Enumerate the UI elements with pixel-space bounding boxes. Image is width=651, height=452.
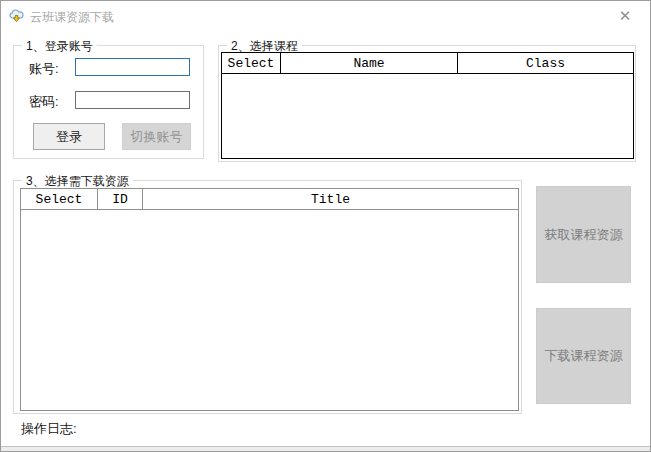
password-input[interactable] [75,91,190,109]
account-input[interactable] [75,58,190,76]
window-bottom-edge [1,446,650,451]
login-group-title: 1、登录账号 [22,38,97,55]
password-label: 密码: [29,93,59,111]
login-group: 1、登录账号 账号: 密码: 登录 切换账号 [13,45,204,159]
course-table: Select Name Class [221,52,634,159]
column-header-id[interactable]: ID [98,189,143,209]
operation-log-label: 操作日志: [21,420,77,438]
cloud-download-icon [9,7,26,23]
column-header-class[interactable]: Class [458,53,633,73]
window-title: 云班课资源下载 [30,9,114,26]
title-bar[interactable]: 云班课资源下载 ✕ [1,1,650,29]
column-header-name[interactable]: Name [281,53,458,73]
course-group: 2、选择课程 Select Name Class [218,45,636,162]
download-course-resources-button[interactable]: 下载课程资源 [536,308,631,404]
column-header-title[interactable]: Title [143,189,518,209]
switch-account-button[interactable]: 切换账号 [122,123,191,150]
fetch-course-resources-button[interactable]: 获取课程资源 [536,186,631,283]
resource-table-header: Select ID Title [21,189,518,210]
app-window: 云班课资源下载 ✕ 1、登录账号 账号: 密码: 登录 切换账号 2、选择课程 … [0,0,651,452]
column-header-select[interactable]: Select [222,53,281,73]
column-header-select[interactable]: Select [21,189,98,209]
login-button[interactable]: 登录 [33,123,105,150]
resource-table-body[interactable] [21,211,518,410]
close-button[interactable]: ✕ [608,5,642,26]
course-table-header: Select Name Class [222,53,633,74]
resource-table: Select ID Title [20,188,519,411]
course-table-body[interactable] [222,75,633,158]
account-label: 账号: [29,60,59,78]
resource-group: 3、选择需下载资源 Select ID Title [13,180,522,414]
